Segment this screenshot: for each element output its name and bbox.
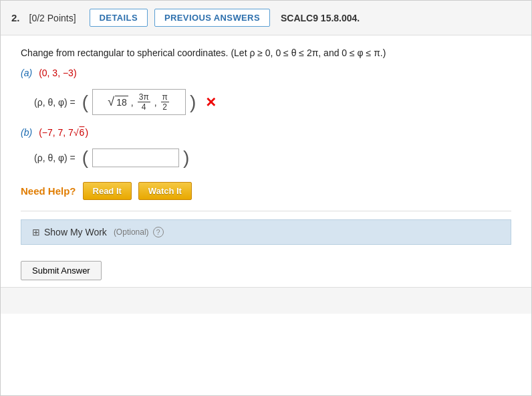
frac1-den: 4 <box>140 102 148 112</box>
sqrt-value: 18 <box>115 96 128 108</box>
frac2-num: π <box>161 92 169 102</box>
comma2: , <box>154 97 157 108</box>
previous-answers-button[interactable]: PREVIOUS ANSWERS <box>154 9 270 27</box>
read-it-button[interactable]: Read It <box>83 182 132 200</box>
part-b-equation-row: (ρ, θ, φ) = ( ) <box>34 148 511 167</box>
part-a-answer-box: 18 , 3π 4 , π 2 <box>92 89 186 115</box>
part-a-close-paren: ) <box>190 93 196 112</box>
divider <box>21 211 511 211</box>
part-a-open-paren: ( <box>82 93 88 112</box>
part-a-label: (a) <box>21 68 32 78</box>
scalc-label: SCALC9 15.8.004. <box>281 13 360 23</box>
need-help-row: Need Help? Read It Watch It <box>21 182 511 200</box>
show-work-bar[interactable]: ⊞ Show My Work (Optional) ? <box>21 219 511 245</box>
part-a-equation-row: (ρ, θ, φ) = ( 18 , 3π 4 , <box>34 89 511 115</box>
question-number: 2. <box>11 12 20 23</box>
watch-it-button[interactable]: Watch It <box>138 182 192 200</box>
question-header: 2. [0/2 Points] DETAILS PREVIOUS ANSWERS… <box>1 1 531 35</box>
part-b: (b) (−7, 7, 7√6) (ρ, θ, φ) = ( ) <box>21 127 511 167</box>
optional-text: (Optional) <box>114 227 149 237</box>
wrong-mark: ✕ <box>205 94 217 110</box>
part-a-coords: (0, 3, −3) <box>39 68 76 78</box>
instructions: Change from rectangular to spherical coo… <box>21 47 511 58</box>
comma1: , <box>131 97 134 108</box>
expand-icon[interactable]: ⊞ <box>32 227 40 237</box>
part-a-math: 18 , 3π 4 , π 2 <box>108 92 170 112</box>
fraction-2: π 2 <box>161 92 169 112</box>
frac2-den: 2 <box>161 102 168 112</box>
part-b-label: (b) <box>21 127 32 138</box>
submit-row: Submit Answer <box>21 252 511 280</box>
help-icon[interactable]: ? <box>153 227 164 237</box>
part-b-input[interactable] <box>92 148 179 167</box>
part-b-eq-label: (ρ, θ, φ) = <box>34 153 76 163</box>
sqrt-symbol: 18 <box>108 95 128 109</box>
part-a: (a) (0, 3, −3) (ρ, θ, φ) = ( 18 , 3π <box>21 68 511 115</box>
submit-button[interactable]: Submit Answer <box>21 261 102 280</box>
part-a-eq-label: (ρ, θ, φ) = <box>34 97 76 108</box>
need-help-label: Need Help? <box>21 185 76 197</box>
points-label: [0/2 Points] <box>29 13 76 23</box>
bottom-bar <box>1 287 531 314</box>
fraction-1: 3π 4 <box>138 92 150 112</box>
frac1-num: 3π <box>138 92 150 102</box>
details-button[interactable]: DETAILS <box>90 9 148 27</box>
part-b-open-paren: ( <box>82 148 88 167</box>
part-b-coords: (−7, 7, 7√6) <box>39 127 88 138</box>
question-body: Change from rectangular to spherical coo… <box>1 35 531 287</box>
part-b-close-paren: ) <box>183 148 189 167</box>
show-work-label: Show My Work <box>44 227 107 237</box>
